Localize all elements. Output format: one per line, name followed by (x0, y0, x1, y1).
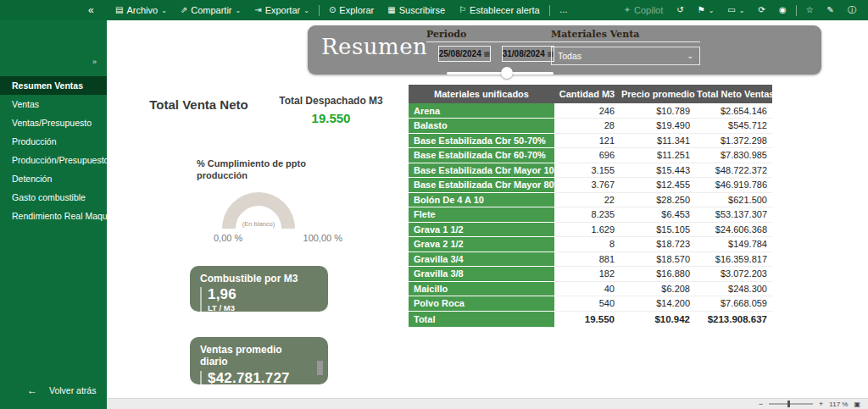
comment-icon: ◉ (779, 6, 787, 14)
topbar-right: ✦Copilot↺⚑⌄▭⌄⟳◉☆✎ⓘ (617, 0, 863, 20)
menu-item-explorar[interactable]: ⊙Explorar (322, 0, 381, 20)
favorite-button[interactable]: ☆ (799, 0, 821, 20)
material-cell[interactable]: Gravilla 3/8 (409, 267, 554, 282)
zoom-out-button[interactable]: − (759, 400, 763, 408)
column-header[interactable]: Cantidad M3 (554, 85, 620, 103)
menu-item-label: Exportar (265, 5, 301, 15)
filter-panel: Resumen Periodo 25/08/2024 ▦ 31/08/2024 … (308, 25, 821, 75)
copilot-button[interactable]: ✦Copilot (617, 0, 670, 20)
collapse-rail-button[interactable]: « (88, 0, 94, 20)
info-icon: ⓘ (848, 6, 856, 14)
slider-thumb[interactable] (501, 67, 513, 79)
table-row: Gravilla 3/4881$18.570$16.359.817 (409, 251, 772, 267)
toolbar-divider (549, 5, 550, 16)
slider-track (447, 72, 554, 75)
materiales-table: Materiales unificadosCantidad M3Precio p… (409, 85, 772, 328)
menu-item-more-options[interactable]: … (553, 0, 575, 20)
precio-cell: $15.105 (620, 222, 695, 237)
menu-item-compartir[interactable]: ⇗Compartir⌄ (174, 0, 248, 20)
back-button[interactable]: ← Volver atrás (0, 382, 107, 399)
sidebar-collapse-icon[interactable]: » (92, 58, 97, 66)
material-cell[interactable]: Flete (409, 207, 554, 223)
bookmarks-button[interactable]: ⚑⌄ (691, 0, 721, 20)
total-cell: $545.712 (695, 119, 772, 134)
sidebar-item-producción[interactable]: Producción (0, 132, 107, 151)
materiales-label: Materiales Venta (551, 29, 700, 42)
cantidad-cell: 3.155 (554, 163, 620, 178)
material-cell[interactable]: Polvo Roca (409, 296, 554, 312)
periodo-end-value: 31/08/2024 (503, 49, 545, 58)
sidebar-item-gasto-combustible[interactable]: Gasto combustible (0, 188, 107, 207)
view-button[interactable]: ▭⌄ (721, 0, 751, 20)
material-cell[interactable]: Base Estabilizada Cbr Mayor 100% (409, 163, 554, 178)
cantidad-cell: 1.629 (554, 222, 620, 237)
periodo-range-slider[interactable] (447, 67, 554, 79)
material-cell[interactable]: Balasto (409, 119, 554, 134)
zoom-slider[interactable] (769, 403, 813, 405)
pencil-icon: ✎ (827, 6, 834, 14)
table-header-row: Materiales unificadosCantidad M3Precio p… (409, 85, 772, 103)
material-cell[interactable]: Bolón De 4 A 10 (409, 192, 554, 207)
table-row: Balasto28$19.490$545.712 (409, 119, 772, 134)
menu-item-label: Establecer alerta (470, 5, 540, 15)
sidebar-item-rendimiento-real-maquin[interactable]: Rendimiento Real Maquin... (0, 207, 107, 225)
sidebar-nav: Resumen VentasVentasVentas/PresupuestoPr… (0, 76, 107, 225)
cantidad-cell: 540 (554, 296, 620, 312)
material-cell[interactable]: Arena (409, 103, 554, 119)
sidebar-item-ventas[interactable]: Ventas (0, 95, 107, 113)
material-cell[interactable]: Base Estabilizada Cbr 60-70% (409, 148, 554, 163)
materiales-dropdown[interactable]: Todas ⌄ (551, 47, 700, 65)
precio-cell: $10.789 (620, 103, 695, 119)
refresh-button[interactable]: ⟳ (752, 0, 772, 20)
sidebar-item-ventas-presupuesto[interactable]: Ventas/Presupuesto (0, 113, 107, 132)
sidebar-item-detención[interactable]: Detención (0, 169, 107, 188)
total-total-cell: $213.908.637 (695, 311, 772, 327)
sidebar-item-producción-presupuesto[interactable]: Producción/Presupuesto (0, 151, 107, 169)
sidebar-item-resumen-ventas[interactable]: Resumen Ventas (0, 76, 107, 95)
refresh-icon: ⟳ (759, 6, 765, 14)
table-row: Flete8.235$6.453$53.137.307 (409, 207, 772, 223)
topbar-menu: ▤Archivo⌄⇗Compartir⌄⇥Exportar⌄⊙Explorar▦… (108, 0, 575, 20)
reset-icon: ↺ (676, 6, 683, 14)
precio-cell: $6.453 (620, 207, 695, 223)
total-despachado-label: Total Despachado M3 (274, 95, 388, 107)
zoom-in-button[interactable]: + (819, 400, 823, 408)
comments-button[interactable]: ◉ (772, 0, 793, 20)
zoom-slider-thumb[interactable] (787, 401, 790, 407)
menu-item-archivo[interactable]: ▤Archivo⌄ (108, 0, 174, 20)
cantidad-cell: 28 (554, 119, 620, 134)
material-cell[interactable]: Base Estabilizada Cbr 50-70% (409, 133, 554, 148)
gauge-center-label: (En blanco) (205, 220, 312, 228)
menu-item-suscribirse[interactable]: ▦Suscribirse (381, 0, 452, 20)
ventas-promedio-card-title: Ventas promedio diario (200, 344, 293, 368)
info-button[interactable]: ⓘ (841, 0, 863, 20)
combustible-card-value: 1,96 (208, 287, 318, 303)
chevron-down-icon: ⌄ (687, 52, 693, 60)
column-header[interactable]: Precio promedio (620, 85, 695, 103)
table-row: Grava 1 1/21.629$15.105$24.606.368 (409, 222, 772, 237)
total-cell: $7.668.059 (695, 296, 772, 312)
chevron-down-icon: ⌄ (161, 7, 167, 14)
material-cell[interactable]: Gravilla 3/4 (409, 251, 554, 267)
table-row: Base Estabilizada Cbr Mayor 80%3.767$12.… (409, 178, 772, 193)
edit-button[interactable]: ✎ (821, 0, 841, 20)
total-cell: $46.919.786 (695, 178, 772, 193)
periodo-end-input[interactable]: 31/08/2024 ▦ (502, 46, 554, 62)
fit-to-page-icon[interactable]: ▣ (854, 401, 860, 408)
column-header[interactable]: Total Neto Ventas (695, 85, 772, 103)
zoom-level: 117 % (829, 401, 848, 408)
periodo-start-input[interactable]: 25/08/2024 ▦ (438, 46, 491, 62)
collapse-icon: « (88, 4, 94, 16)
reset-button[interactable]: ↺ (670, 0, 690, 20)
material-cell[interactable]: Grava 1 1/2 (409, 222, 554, 237)
explore-icon: ⊙ (329, 6, 336, 14)
menu-item-exportar[interactable]: ⇥Exportar⌄ (248, 0, 316, 20)
menu-item-establecer-alerta[interactable]: ⚐Establecer alerta (452, 0, 547, 20)
column-header[interactable]: Materiales unificados (409, 85, 554, 103)
material-cell[interactable]: Maicillo (409, 281, 554, 296)
card-scrollbar-thumb[interactable] (317, 361, 323, 375)
material-cell[interactable]: Grava 2 1/2 (409, 237, 554, 252)
material-cell[interactable]: Base Estabilizada Cbr Mayor 80% (409, 178, 554, 193)
ventas-promedio-card-value: $42.781.727 (208, 371, 318, 387)
toolbar-divider (319, 5, 320, 16)
